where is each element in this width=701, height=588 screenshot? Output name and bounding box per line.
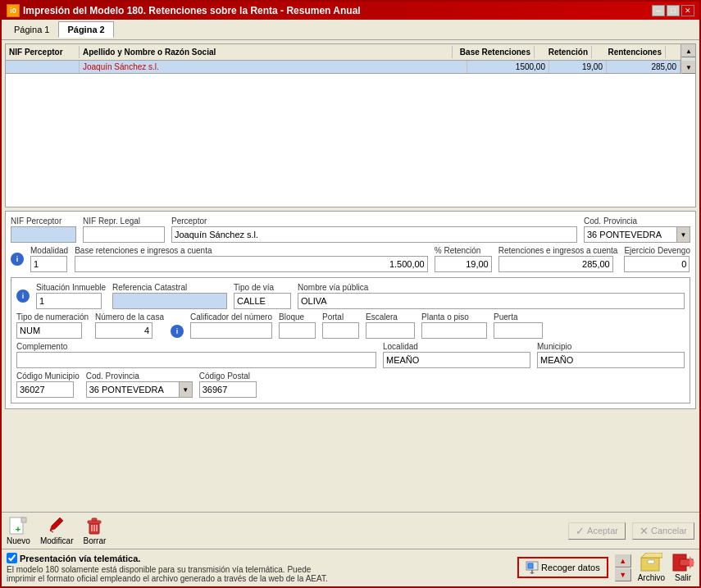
svg-rect-16: [641, 558, 659, 571]
select-cod-provincia2[interactable]: 36 PONTEVEDRA ▼: [86, 381, 193, 398]
label-localidad: Localidad: [383, 342, 530, 351]
input-codigo-postal[interactable]: 36967: [199, 381, 257, 398]
input-numero-casa[interactable]: 4: [95, 322, 152, 339]
input-modalidad[interactable]: 1: [30, 256, 67, 272]
input-base-ret[interactable]: 1.500,00: [75, 256, 428, 272]
input-localidad[interactable]: MEAÑO: [383, 352, 530, 368]
info-icon-modalidad[interactable]: i: [11, 253, 24, 266]
label-nif-perceptor: NIF Perceptor: [11, 217, 76, 226]
field-complemento: Complemento: [16, 342, 376, 368]
input-nif-repr-legal[interactable]: [83, 226, 165, 243]
status-bar: Presentación vía telemática. El modelo 1…: [2, 549, 699, 586]
label-complemento: Complemento: [16, 342, 376, 351]
input-tipo-numeracion[interactable]: NUM: [16, 322, 82, 339]
input-ejercicio[interactable]: 0: [624, 256, 690, 272]
nav-down-button[interactable]: ▼: [615, 568, 631, 581]
accept-cancel-area: ✓ Aceptar ✕ Cancelar: [568, 522, 694, 540]
input-planta[interactable]: [421, 322, 487, 339]
province-dropdown-button[interactable]: ▼: [676, 227, 690, 242]
input-tipo-via[interactable]: CALLE: [234, 293, 291, 309]
minimize-button[interactable]: ─: [652, 5, 665, 16]
info-icon-situacion[interactable]: i: [16, 289, 30, 303]
input-nif-perceptor[interactable]: [11, 226, 76, 243]
field-cod-provincia2: Cod. Provincia 36 PONTEVEDRA ▼: [86, 371, 193, 398]
input-complemento[interactable]: [16, 352, 376, 368]
tab-bar: Página 1 Página 2: [2, 20, 699, 40]
archivo-label: Archivo: [638, 573, 665, 582]
col-nif: NIF Perceptor: [6, 46, 80, 58]
label-tipo-via: Tipo de vía: [234, 283, 291, 292]
field-bloque: Bloque: [279, 312, 316, 339]
telematica-checkbox[interactable]: [7, 553, 17, 563]
select-cod-provincia[interactable]: 36 PONTEVEDRA ▼: [584, 226, 690, 243]
label-ref-catastral: Referencia Catastral: [112, 283, 227, 292]
form-row-6: Código Municipio 36027 Cod. Provincia 36…: [16, 371, 685, 398]
input-municipio[interactable]: MEAÑO: [537, 352, 685, 368]
archivo-icon: [640, 553, 662, 572]
province2-dropdown-button[interactable]: ▼: [179, 382, 192, 397]
table-body: Joaquín Sánchez s.l. 1500,00 19,00 285,0…: [6, 61, 681, 74]
form-row-3: i Situación Inmueble 1 Referencia Catast…: [16, 283, 685, 309]
input-portal[interactable]: [322, 322, 359, 339]
label-base-ret: Base retenciones e ingresos a cuenta: [75, 246, 428, 255]
input-situacion[interactable]: 1: [36, 293, 102, 309]
cell-rentenciones: 285,00: [607, 61, 681, 73]
svg-rect-8: [92, 518, 97, 521]
field-ejercicio: Ejercicio Devengo 0: [624, 246, 690, 272]
input-perceptor[interactable]: Joaquín Sánchez s.l.: [171, 226, 577, 243]
field-puerta: Puerta: [494, 312, 543, 339]
nav-up-button[interactable]: ▲: [615, 554, 631, 567]
modificar-button[interactable]: Modificar: [40, 516, 74, 545]
label-modalidad: Modalidad: [30, 246, 68, 255]
scroll-up-button[interactable]: ▲: [681, 44, 696, 57]
form-row-4: Tipo de numeración NUM Número de la casa…: [16, 312, 685, 339]
form-row-2: i Modalidad 1 Base retenciones e ingreso…: [11, 246, 690, 272]
cancelar-label: Cancelar: [651, 526, 687, 536]
field-nombre-via: Nombre vía pública OLIVA: [298, 283, 685, 309]
scroll-down-button[interactable]: ▼: [681, 61, 696, 74]
col-retencion: Retención: [535, 46, 592, 58]
input-pct-retencion[interactable]: 19,00: [435, 256, 492, 272]
input-escalera[interactable]: [366, 322, 415, 339]
cell-nif: [6, 61, 80, 73]
input-retenciones[interactable]: 285,00: [498, 256, 613, 272]
status-label: Presentación vía telemática.: [20, 554, 140, 563]
recoger-datos-button[interactable]: Recoger datos: [517, 557, 608, 578]
svg-line-5: [50, 531, 53, 532]
input-calificador[interactable]: [190, 322, 272, 339]
data-table: NIF Perceptor Apellido y Nombre o Razón …: [5, 43, 696, 207]
label-cod-provincia: Cod. Provincia: [584, 217, 690, 226]
checkbox-area: Presentación vía telemática.: [7, 553, 509, 563]
field-planta: Planta o piso: [421, 312, 487, 339]
window-controls: ─ □ ✕: [652, 5, 694, 16]
label-numero-casa: Número de la casa: [95, 312, 164, 321]
borrar-icon: [84, 516, 104, 536]
input-nombre-via[interactable]: OLIVA: [298, 293, 685, 309]
label-portal: Portal: [322, 312, 359, 321]
form-row-1: NIF Perceptor NIF Repr. Legal Perceptor …: [11, 217, 690, 243]
field-ref-catastral: Referencia Catastral: [112, 283, 227, 309]
table-row[interactable]: Joaquín Sánchez s.l. 1500,00 19,00 285,0…: [6, 61, 681, 74]
label-retenciones: Retenciones e ingresos a cuenta: [498, 246, 618, 255]
salir-button[interactable]: Salir: [671, 553, 694, 582]
close-button[interactable]: ✕: [681, 5, 694, 16]
window-title: Impresión del Modelo 180. Retenciones so…: [23, 5, 361, 16]
input-puerta[interactable]: [494, 322, 543, 339]
nuevo-button[interactable]: + Nuevo: [7, 516, 30, 545]
input-cod-municipio[interactable]: 36027: [16, 381, 74, 398]
tab-pagina1[interactable]: Página 1: [5, 21, 58, 38]
svg-rect-2: [21, 517, 26, 522]
input-ref-catastral[interactable]: [112, 293, 227, 309]
maximize-button[interactable]: □: [667, 5, 680, 16]
tab-pagina2[interactable]: Página 2: [58, 21, 113, 38]
field-perceptor: Perceptor Joaquín Sánchez s.l.: [171, 217, 577, 243]
borrar-button[interactable]: Borrar: [83, 516, 106, 545]
svg-marker-21: [690, 556, 694, 569]
archivo-button[interactable]: Archivo: [638, 553, 665, 582]
main-window: i0 Impresión del Modelo 180. Retenciones…: [0, 0, 701, 588]
label-nif-repr-legal: NIF Repr. Legal: [83, 217, 165, 226]
col-base: Base Retenciones: [453, 46, 535, 58]
input-bloque[interactable]: [279, 322, 316, 339]
info-icon-numero[interactable]: i: [171, 325, 184, 338]
field-nif-perceptor: NIF Perceptor: [11, 217, 76, 243]
